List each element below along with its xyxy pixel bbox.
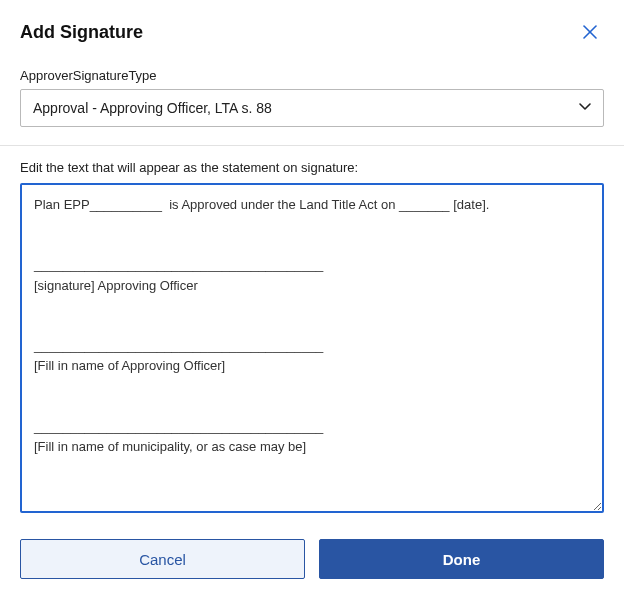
cancel-button[interactable]: Cancel xyxy=(20,539,305,579)
chevron-down-icon xyxy=(577,99,593,118)
done-button-label: Done xyxy=(443,551,481,568)
close-button[interactable] xyxy=(576,18,604,46)
done-button[interactable]: Done xyxy=(319,539,604,579)
dialog-title: Add Signature xyxy=(20,22,143,43)
dialog-button-row: Cancel Done xyxy=(20,539,604,579)
statement-label: Edit the text that will appear as the st… xyxy=(20,160,604,175)
close-icon xyxy=(582,24,598,40)
dialog-header: Add Signature xyxy=(20,18,604,46)
signature-statement-textarea[interactable] xyxy=(20,183,604,513)
add-signature-dialog: Add Signature ApproverSignatureType Appr… xyxy=(0,0,624,595)
section-divider xyxy=(0,145,624,146)
signature-type-select[interactable]: Approval - Approving Officer, LTA s. 88 xyxy=(20,89,604,127)
signature-type-selected: Approval - Approving Officer, LTA s. 88 xyxy=(33,100,272,116)
cancel-button-label: Cancel xyxy=(139,551,186,568)
signature-type-label: ApproverSignatureType xyxy=(20,68,604,83)
